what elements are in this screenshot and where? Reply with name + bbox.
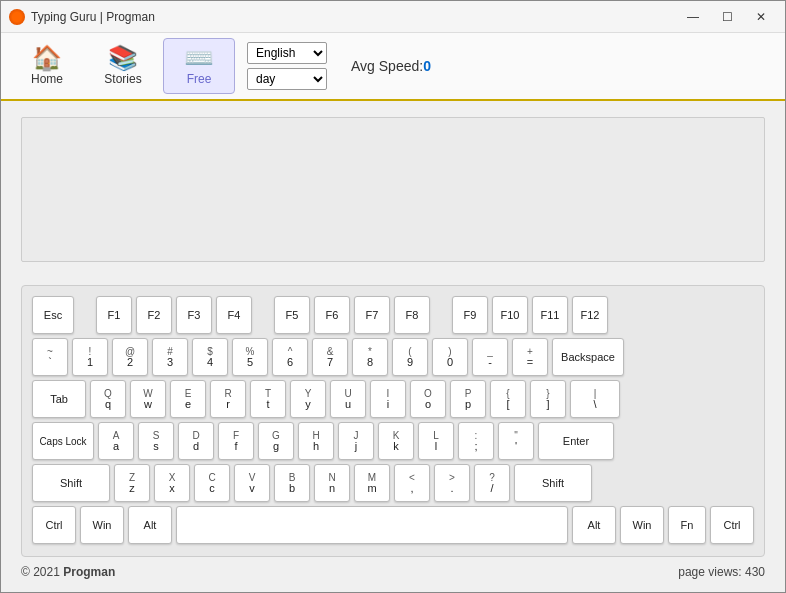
window-controls: — ☐ ✕ xyxy=(677,6,777,28)
key-f1[interactable]: F1 xyxy=(96,296,132,334)
key-0[interactable]: )0 xyxy=(432,338,468,376)
page-views-label: page views: xyxy=(678,565,745,579)
key-p[interactable]: Pp xyxy=(450,380,486,418)
key-row-bottom: Ctrl Win Alt Alt Win Fn Ctrl xyxy=(32,506,754,544)
key-esc[interactable]: Esc xyxy=(32,296,74,334)
main-content xyxy=(1,101,785,275)
language-select[interactable]: English French Spanish xyxy=(247,42,327,64)
key-y[interactable]: Yy xyxy=(290,380,326,418)
key-5[interactable]: %5 xyxy=(232,338,268,376)
key-x[interactable]: Xx xyxy=(154,464,190,502)
avg-speed-value: 0 xyxy=(423,58,431,74)
nav-home[interactable]: 🏠 Home xyxy=(11,38,83,94)
key-7[interactable]: &7 xyxy=(312,338,348,376)
key-1[interactable]: !1 xyxy=(72,338,108,376)
key-period[interactable]: >. xyxy=(434,464,470,502)
key-g[interactable]: Gg xyxy=(258,422,294,460)
key-row-function: Esc F1 F2 F3 F4 F5 F6 F7 F8 F9 F10 F11 F… xyxy=(32,296,754,334)
key-enter[interactable]: Enter xyxy=(538,422,614,460)
key-8[interactable]: *8 xyxy=(352,338,388,376)
key-backtick[interactable]: ~` xyxy=(32,338,68,376)
maximize-button[interactable]: ☐ xyxy=(711,6,743,28)
key-row-asdf: Caps Lock Aa Ss Dd Ff Gg Hh Jj Kk Ll :; … xyxy=(32,422,754,460)
key-ctrl-right[interactable]: Ctrl xyxy=(710,506,754,544)
key-u[interactable]: Uu xyxy=(330,380,366,418)
key-v[interactable]: Vv xyxy=(234,464,270,502)
key-n[interactable]: Nn xyxy=(314,464,350,502)
key-semicolon[interactable]: :; xyxy=(458,422,494,460)
key-f3[interactable]: F3 xyxy=(176,296,212,334)
key-slash[interactable]: ?/ xyxy=(474,464,510,502)
key-caps-lock[interactable]: Caps Lock xyxy=(32,422,94,460)
key-f5[interactable]: F5 xyxy=(274,296,310,334)
key-tab[interactable]: Tab xyxy=(32,380,86,418)
page-views: page views: 430 xyxy=(678,565,765,579)
home-label: Home xyxy=(31,72,63,86)
toolbar: 🏠 Home 📚 Stories ⌨️ Free English French … xyxy=(1,33,785,101)
key-r[interactable]: Rr xyxy=(210,380,246,418)
key-space[interactable] xyxy=(176,506,568,544)
key-f2[interactable]: F2 xyxy=(136,296,172,334)
key-c[interactable]: Cc xyxy=(194,464,230,502)
title-bar: Typing Guru | Progman — ☐ ✕ xyxy=(1,1,785,33)
key-f7[interactable]: F7 xyxy=(354,296,390,334)
key-comma[interactable]: <, xyxy=(394,464,430,502)
key-lbracket[interactable]: {[ xyxy=(490,380,526,418)
key-f4[interactable]: F4 xyxy=(216,296,252,334)
toolbar-selects: English French Spanish day week month xyxy=(247,42,327,90)
key-l[interactable]: Ll xyxy=(418,422,454,460)
avg-speed-label: Avg Speed: xyxy=(351,58,423,74)
key-w[interactable]: Ww xyxy=(130,380,166,418)
key-e[interactable]: Ee xyxy=(170,380,206,418)
key-f[interactable]: Ff xyxy=(218,422,254,460)
key-m[interactable]: Mm xyxy=(354,464,390,502)
key-9[interactable]: (9 xyxy=(392,338,428,376)
key-f8[interactable]: F8 xyxy=(394,296,430,334)
key-alt-right[interactable]: Alt xyxy=(572,506,616,544)
key-d[interactable]: Dd xyxy=(178,422,214,460)
key-4[interactable]: $4 xyxy=(192,338,228,376)
key-shift-right[interactable]: Shift xyxy=(514,464,592,502)
key-f6[interactable]: F6 xyxy=(314,296,350,334)
key-j[interactable]: Jj xyxy=(338,422,374,460)
key-o[interactable]: Oo xyxy=(410,380,446,418)
key-win-right[interactable]: Win xyxy=(620,506,664,544)
key-3[interactable]: #3 xyxy=(152,338,188,376)
key-f9[interactable]: F9 xyxy=(452,296,488,334)
key-backspace[interactable]: Backspace xyxy=(552,338,624,376)
key-q[interactable]: Qq xyxy=(90,380,126,418)
key-k[interactable]: Kk xyxy=(378,422,414,460)
app-icon xyxy=(9,9,25,25)
minimize-button[interactable]: — xyxy=(677,6,709,28)
key-6[interactable]: ^6 xyxy=(272,338,308,376)
typing-textarea[interactable] xyxy=(21,117,765,262)
key-minus[interactable]: _- xyxy=(472,338,508,376)
key-win-left[interactable]: Win xyxy=(80,506,124,544)
stories-label: Stories xyxy=(104,72,141,86)
key-s[interactable]: Ss xyxy=(138,422,174,460)
key-ctrl-left[interactable]: Ctrl xyxy=(32,506,76,544)
key-shift-left[interactable]: Shift xyxy=(32,464,110,502)
key-f12[interactable]: F12 xyxy=(572,296,608,334)
close-button[interactable]: ✕ xyxy=(745,6,777,28)
key-a[interactable]: Aa xyxy=(98,422,134,460)
key-t[interactable]: Tt xyxy=(250,380,286,418)
key-row-qwerty: Tab Qq Ww Ee Rr Tt Yy Uu Ii Oo Pp {[ }] … xyxy=(32,380,754,418)
key-fn[interactable]: Fn xyxy=(668,506,706,544)
nav-stories[interactable]: 📚 Stories xyxy=(87,38,159,94)
key-quote[interactable]: "' xyxy=(498,422,534,460)
key-rbracket[interactable]: }] xyxy=(530,380,566,418)
key-h[interactable]: Hh xyxy=(298,422,334,460)
period-select[interactable]: day week month xyxy=(247,68,327,90)
key-equals[interactable]: += xyxy=(512,338,548,376)
key-backslash[interactable]: |\ xyxy=(570,380,620,418)
key-2[interactable]: @2 xyxy=(112,338,148,376)
key-f11[interactable]: F11 xyxy=(532,296,568,334)
key-z[interactable]: Zz xyxy=(114,464,150,502)
nav-free[interactable]: ⌨️ Free xyxy=(163,38,235,94)
key-alt-left[interactable]: Alt xyxy=(128,506,172,544)
key-i[interactable]: Ii xyxy=(370,380,406,418)
copyright-text: © 2021 xyxy=(21,565,63,579)
key-f10[interactable]: F10 xyxy=(492,296,528,334)
key-b[interactable]: Bb xyxy=(274,464,310,502)
